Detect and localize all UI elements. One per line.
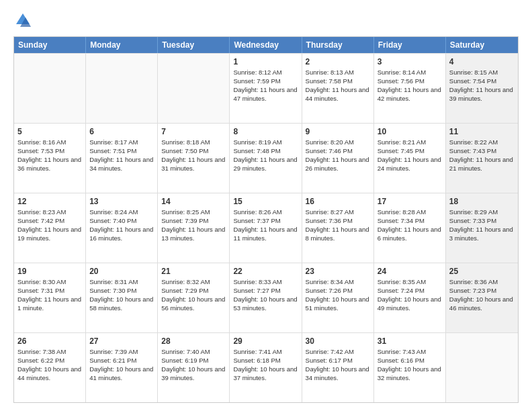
cal-cell: 28Sunrise: 7:40 AMSunset: 6:19 PMDayligh…	[158, 333, 230, 402]
cal-cell: 9Sunrise: 8:20 AMSunset: 7:46 PMDaylight…	[302, 124, 374, 193]
day-info: Sunset: 7:58 PM	[306, 77, 370, 86]
week-row-1: 1Sunrise: 8:12 AMSunset: 7:59 PMDaylight…	[14, 53, 518, 123]
day-info: Sunrise: 8:32 AM	[161, 278, 226, 287]
day-info: Sunrise: 8:33 AM	[233, 278, 298, 287]
day-info: Sunrise: 8:21 AM	[378, 138, 442, 147]
cal-cell: 1Sunrise: 8:12 AMSunset: 7:59 PMDaylight…	[230, 54, 302, 123]
cal-cell	[14, 54, 86, 123]
day-info: Sunset: 6:18 PM	[233, 357, 298, 365]
calendar-header: SundayMondayTuesdayWednesdayThursdayFrid…	[14, 37, 518, 53]
day-info: Daylight: 11 hours and 42 minutes.	[378, 86, 442, 103]
day-number: 11	[449, 126, 515, 137]
day-info: Daylight: 11 hours and 39 minutes.	[449, 86, 515, 103]
day-number: 6	[89, 126, 154, 137]
day-info: Sunrise: 8:12 AM	[233, 68, 298, 77]
day-info: Sunrise: 8:27 AM	[306, 208, 370, 217]
cal-cell: 6Sunrise: 8:17 AMSunset: 7:51 PMDaylight…	[86, 124, 158, 193]
logo	[13, 11, 35, 30]
cal-cell: 2Sunrise: 8:13 AMSunset: 7:58 PMDaylight…	[302, 54, 374, 123]
day-number: 20	[89, 266, 154, 277]
cal-cell: 16Sunrise: 8:27 AMSunset: 7:36 PMDayligh…	[302, 193, 374, 263]
day-info: Sunrise: 7:38 AM	[17, 348, 82, 357]
day-info: Daylight: 11 hours and 13 minutes.	[161, 226, 226, 243]
day-info: Daylight: 11 hours and 11 minutes.	[233, 226, 298, 243]
day-info: Sunset: 7:59 PM	[233, 77, 298, 86]
day-info: Sunrise: 8:19 AM	[233, 138, 298, 147]
cal-cell: 10Sunrise: 8:21 AMSunset: 7:45 PMDayligh…	[374, 124, 446, 193]
page: SundayMondayTuesdayWednesdayThursdayFrid…	[0, 0, 532, 411]
day-info: Sunrise: 8:22 AM	[449, 138, 515, 147]
day-info: Sunrise: 7:39 AM	[89, 348, 154, 357]
day-info: Sunset: 7:39 PM	[161, 217, 226, 226]
day-info: Daylight: 11 hours and 1 minute.	[17, 295, 82, 313]
day-info: Sunset: 7:56 PM	[378, 77, 442, 86]
header-day-monday: Monday	[86, 37, 158, 53]
day-info: Sunrise: 8:23 AM	[17, 208, 82, 217]
header-day-thursday: Thursday	[302, 37, 374, 53]
day-info: Sunrise: 8:28 AM	[378, 208, 442, 217]
day-info: Sunrise: 8:25 AM	[161, 208, 226, 217]
cal-cell: 8Sunrise: 8:19 AMSunset: 7:48 PMDaylight…	[230, 124, 302, 193]
day-info: Sunset: 7:27 PM	[233, 287, 298, 295]
day-number: 14	[161, 196, 226, 207]
day-info: Sunset: 7:46 PM	[306, 147, 370, 156]
day-info: Sunset: 7:54 PM	[449, 77, 515, 86]
day-info: Sunrise: 8:31 AM	[89, 278, 154, 287]
day-number: 26	[17, 336, 82, 347]
day-info: Sunset: 7:50 PM	[161, 147, 226, 156]
day-info: Daylight: 10 hours and 32 minutes.	[378, 365, 442, 383]
day-info: Daylight: 10 hours and 56 minutes.	[161, 295, 226, 313]
day-number: 27	[89, 336, 154, 347]
cal-cell: 4Sunrise: 8:15 AMSunset: 7:54 PMDaylight…	[446, 54, 518, 123]
day-number: 25	[449, 266, 515, 277]
header-day-friday: Friday	[374, 37, 446, 53]
day-info: Sunset: 7:37 PM	[233, 217, 298, 226]
cal-cell: 19Sunrise: 8:30 AMSunset: 7:31 PMDayligh…	[14, 263, 86, 332]
cal-cell: 29Sunrise: 7:41 AMSunset: 6:18 PMDayligh…	[230, 333, 302, 402]
day-info: Sunrise: 8:16 AM	[17, 138, 82, 147]
cal-cell: 25Sunrise: 8:36 AMSunset: 7:23 PMDayligh…	[446, 263, 518, 332]
day-info: Daylight: 11 hours and 8 minutes.	[306, 226, 370, 243]
day-info: Sunset: 7:24 PM	[378, 287, 442, 295]
day-info: Sunset: 6:22 PM	[17, 357, 82, 365]
day-number: 9	[306, 126, 370, 137]
cal-cell: 12Sunrise: 8:23 AMSunset: 7:42 PMDayligh…	[14, 193, 86, 263]
day-info: Sunset: 7:53 PM	[17, 147, 82, 156]
day-info: Sunrise: 7:43 AM	[378, 348, 442, 357]
day-info: Daylight: 11 hours and 36 minutes.	[17, 156, 82, 173]
cal-cell: 18Sunrise: 8:29 AMSunset: 7:33 PMDayligh…	[446, 193, 518, 263]
day-info: Sunrise: 8:14 AM	[378, 68, 442, 77]
cal-cell	[446, 333, 518, 402]
day-info: Daylight: 11 hours and 24 minutes.	[378, 156, 442, 173]
day-number: 12	[17, 196, 82, 207]
week-row-4: 19Sunrise: 8:30 AMSunset: 7:31 PMDayligh…	[14, 263, 518, 332]
day-info: Daylight: 11 hours and 21 minutes.	[449, 156, 515, 173]
week-row-5: 26Sunrise: 7:38 AMSunset: 6:22 PMDayligh…	[14, 332, 518, 402]
day-info: Sunrise: 7:40 AM	[161, 348, 226, 357]
day-number: 16	[306, 196, 370, 207]
day-number: 28	[161, 336, 226, 347]
day-info: Sunset: 7:29 PM	[161, 287, 226, 295]
cal-cell: 11Sunrise: 8:22 AMSunset: 7:43 PMDayligh…	[446, 124, 518, 193]
day-info: Sunrise: 8:15 AM	[449, 68, 515, 77]
day-number: 17	[378, 196, 442, 207]
day-info: Sunset: 7:23 PM	[449, 287, 515, 295]
day-info: Sunset: 6:16 PM	[378, 357, 442, 365]
day-number: 24	[378, 266, 442, 277]
header-day-saturday: Saturday	[446, 37, 518, 53]
day-info: Sunrise: 8:34 AM	[306, 278, 370, 287]
day-info: Daylight: 10 hours and 39 minutes.	[161, 365, 226, 383]
day-number: 2	[306, 56, 370, 67]
cal-cell: 23Sunrise: 8:34 AMSunset: 7:26 PMDayligh…	[302, 263, 374, 332]
day-number: 30	[306, 336, 370, 347]
cal-cell: 21Sunrise: 8:32 AMSunset: 7:29 PMDayligh…	[158, 263, 230, 332]
cal-cell: 17Sunrise: 8:28 AMSunset: 7:34 PMDayligh…	[374, 193, 446, 263]
cal-cell: 14Sunrise: 8:25 AMSunset: 7:39 PMDayligh…	[158, 193, 230, 263]
day-info: Daylight: 11 hours and 31 minutes.	[161, 156, 226, 173]
day-info: Sunrise: 7:41 AM	[233, 348, 298, 357]
day-info: Daylight: 11 hours and 16 minutes.	[89, 226, 154, 243]
day-info: Sunset: 6:17 PM	[306, 357, 370, 365]
day-info: Sunset: 7:43 PM	[449, 147, 515, 156]
day-info: Sunrise: 8:26 AM	[233, 208, 298, 217]
header-day-sunday: Sunday	[14, 37, 86, 53]
